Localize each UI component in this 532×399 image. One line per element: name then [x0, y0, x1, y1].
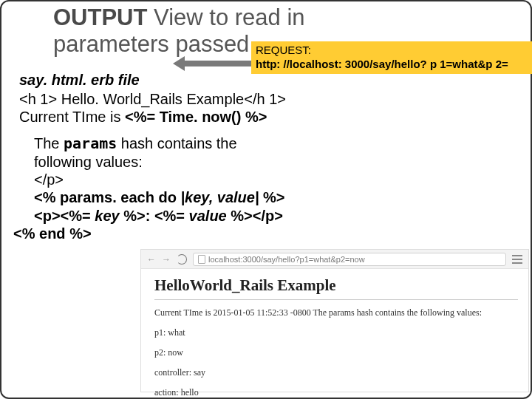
divider — [154, 299, 518, 300]
back-icon[interactable]: ← — [147, 254, 157, 265]
param-row-4: action: hello — [154, 387, 518, 398]
browser-text-line: Current TIme is 2015-01-05 11:52:33 -080… — [154, 307, 518, 318]
para-line-1: The params hash contains the — [34, 134, 513, 152]
code-line-h1: <h 1> Hello. World_Rails Example</h 1> — [19, 90, 513, 108]
para-line-6: <% end %> — [13, 225, 513, 242]
erb-params-block: The params hash contains the following v… — [1, 130, 531, 242]
browser-body: HelloWorld_Rails Example Current TIme is… — [141, 269, 528, 398]
forward-icon[interactable]: → — [162, 254, 172, 265]
address-bar[interactable]: localhost:3000/say/hello?p1=what&p2=now — [193, 253, 506, 266]
menu-icon[interactable] — [512, 255, 522, 264]
title-line-1: OUTPUT View to read in — [53, 4, 513, 31]
request-label: REQUEST: — [256, 44, 532, 58]
code-line-time: Current TIme is <%= Time. now() %> — [19, 108, 513, 126]
request-box: REQUEST: http: //localhost: 3000/say/hel… — [251, 41, 532, 74]
file-label: say. html. erb file — [1, 72, 531, 89]
title-rest-1: View to read in — [154, 4, 305, 30]
page-icon — [198, 255, 205, 264]
browser-screenshot: ← → localhost:3000/say/hello?p1=what&p2=… — [140, 249, 529, 392]
browser-nav: ← → — [147, 254, 187, 265]
param-row-1: p1: what — [154, 327, 518, 338]
erb-code-block: <h 1> Hello. World_Rails Example</h 1> C… — [1, 89, 531, 130]
request-url: http: //localhost: 3000/say/hello? p 1=w… — [256, 58, 532, 72]
para-line-3: </p> — [34, 171, 513, 188]
para-line-4: <% params. each do |key, value| %> — [34, 188, 513, 206]
slide: OUTPUT View to read in parameters passed… — [0, 0, 532, 399]
arrow-left-icon — [173, 56, 254, 71]
reload-icon[interactable] — [177, 254, 187, 265]
address-bar-text: localhost:3000/say/hello?p1=what&p2=now — [208, 255, 365, 264]
page-heading: HelloWorld_Rails Example — [154, 276, 518, 295]
param-row-2: p2: now — [154, 347, 518, 358]
title-strong: OUTPUT — [53, 4, 147, 30]
para-line-2: following values: — [34, 153, 513, 171]
param-row-3: controller: say — [154, 367, 518, 378]
browser-toolbar: ← → localhost:3000/say/hello?p1=what&p2=… — [141, 250, 528, 269]
para-line-5: <p><%= key %>: <%= value %></p> — [34, 207, 513, 225]
